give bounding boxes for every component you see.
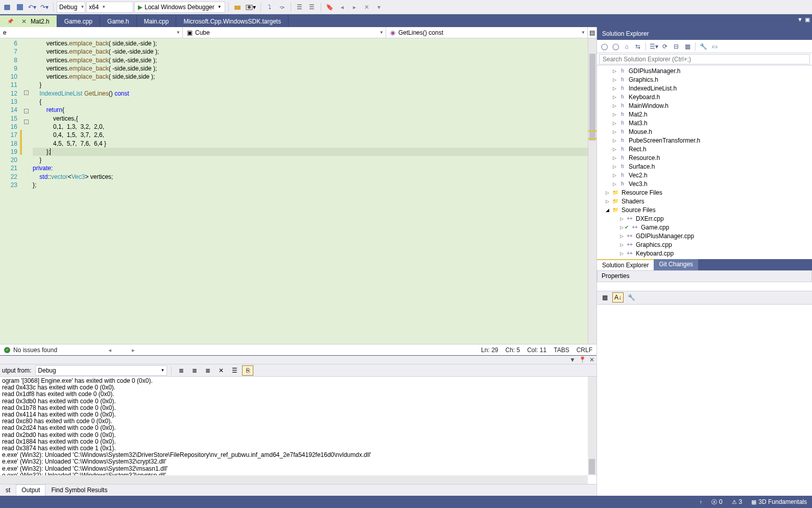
back-icon[interactable]: ◯: [599, 41, 609, 52]
output-vscroll[interactable]: [588, 377, 596, 475]
properties-icon[interactable]: 🔧: [698, 41, 708, 52]
step-over-icon[interactable]: ⤼: [276, 2, 288, 13]
output-hscroll[interactable]: [0, 475, 588, 484]
output-clearall-icon[interactable]: ✕: [216, 365, 227, 376]
switch-views-icon[interactable]: ⇆: [633, 41, 643, 52]
tree-file[interactable]: ▷hVec3.h: [597, 179, 812, 188]
scope-dropdown[interactable]: e▼: [0, 27, 183, 38]
bookmark-icon[interactable]: 🔖: [324, 2, 336, 13]
code-editor[interactable]: 67891011121314151617181920212223 --- ver…: [0, 38, 596, 344]
tree-file[interactable]: ▷++GDIPlusManager.cpp: [597, 232, 812, 240]
sync-icon[interactable]: ⟳: [660, 41, 670, 52]
close-icon[interactable]: ✕: [21, 18, 27, 25]
tab-dropdown-icon[interactable]: ▼: [797, 16, 803, 23]
tab-gamecpp[interactable]: Game.cpp: [57, 15, 100, 27]
tree-file[interactable]: ▷hVec2.h: [597, 171, 812, 179]
next-bookmark-icon[interactable]: ▸: [349, 2, 360, 13]
platform-dropdown[interactable]: x64▼: [86, 2, 133, 13]
tree-file[interactable]: ▷hPubeScreenTransformer.h: [597, 136, 812, 145]
output-goto-prev-icon[interactable]: ≣: [189, 365, 200, 376]
next-issue-icon[interactable]: ▸: [132, 347, 135, 354]
collapse-icon[interactable]: ⊟: [671, 41, 681, 52]
indent-icon[interactable]: ☰: [306, 2, 318, 13]
tree-file[interactable]: ▷hMat2.h: [597, 110, 812, 119]
tree-file[interactable]: ▷hMainWindow.h: [597, 101, 812, 110]
tree-file[interactable]: ▷hIndexedLineList.h: [597, 84, 812, 93]
forward-icon[interactable]: ◯: [610, 41, 620, 52]
clear-bookmark-icon[interactable]: ✕: [361, 2, 372, 13]
class-dropdown[interactable]: ▣Cube▼: [183, 27, 386, 38]
tab-maincpp[interactable]: Main.cpp: [137, 15, 177, 27]
se-tab-solution[interactable]: Solution Explorer: [597, 259, 654, 270]
tab-targets[interactable]: Microsoft.Cpp.WindowsSDK.targets: [176, 15, 289, 27]
tab-errorlist[interactable]: st: [0, 484, 16, 496]
tab-mat2h[interactable]: 📌 ✕ Mat2.h: [0, 15, 57, 27]
fold-icon[interactable]: -: [24, 120, 29, 124]
fold-icon[interactable]: -: [24, 109, 29, 113]
tree-file[interactable]: ▷hGDIPlusManager.h: [597, 66, 812, 75]
error-count[interactable]: ⓧ 0: [711, 498, 723, 506]
filter-icon[interactable]: ☰▾: [649, 41, 659, 52]
panel-pin-icon[interactable]: 📍: [579, 356, 586, 363]
output-wrap-icon[interactable]: ☰: [229, 365, 240, 376]
tree-file[interactable]: ▷++Keyboard.cpp: [597, 249, 812, 258]
warning-count[interactable]: ⚠ 3: [732, 498, 743, 505]
output-goto-next-icon[interactable]: ≣: [202, 365, 213, 376]
tab-gameh[interactable]: Game.h: [100, 15, 137, 27]
crlf-indicator[interactable]: CRLF: [577, 347, 592, 354]
undo-icon[interactable]: ↶▾: [27, 2, 38, 13]
add-to-source-control[interactable]: ↑: [699, 499, 702, 505]
alphabetical-icon[interactable]: A↓: [612, 292, 624, 303]
show-all-icon[interactable]: ▦: [682, 41, 692, 52]
step-into-icon[interactable]: ⤵: [264, 2, 275, 13]
screenshot-icon[interactable]: ▾: [244, 2, 257, 13]
tab-output[interactable]: Output: [16, 484, 45, 496]
tree-file[interactable]: ▷hRect.h: [597, 145, 812, 153]
se-search-input[interactable]: [599, 54, 810, 64]
fold-icon[interactable]: -: [24, 90, 29, 95]
categorized-icon[interactable]: ▦: [599, 292, 610, 303]
solution-tree[interactable]: ▷hGDIPlusManager.h▷hGraphics.h▷hIndexedL…: [597, 65, 812, 259]
tree-file[interactable]: ▷hMat3.h: [597, 119, 812, 127]
tree-file[interactable]: ▷hResource.h: [597, 153, 812, 162]
tree-file[interactable]: ▷++DXErr.cpp: [597, 214, 812, 223]
output-text[interactable]: ogram '[3068] Engine.exe' has exited wit…: [0, 377, 596, 484]
tree-file[interactable]: ▷hGraphics.h: [597, 75, 812, 84]
editor-scrollbar[interactable]: [588, 38, 596, 344]
tree-file[interactable]: ▷✔++Game.cpp: [597, 223, 812, 232]
config-dropdown[interactable]: Debug▼: [57, 2, 85, 13]
outdent-icon[interactable]: ☰: [294, 2, 305, 13]
toolbox-icon[interactable]: [232, 2, 243, 13]
project-mode[interactable]: ▦ 3D Fundamentals: [751, 498, 807, 505]
tab-find-symbol[interactable]: Find Symbol Results: [45, 484, 113, 496]
output-autoscroll-icon[interactable]: ⎘: [242, 365, 253, 376]
tree-folder[interactable]: ▷📁Shaders: [597, 197, 812, 205]
member-dropdown[interactable]: ◉GetLines() const▼: [386, 27, 588, 38]
split-icon[interactable]: ▤: [588, 27, 596, 38]
pin-icon[interactable]: 📌: [7, 18, 13, 24]
tree-file[interactable]: ▷hMouse.h: [597, 127, 812, 136]
output-source-dropdown[interactable]: Debug▼: [35, 365, 167, 376]
tree-folder[interactable]: ◢📁Source Files: [597, 205, 812, 214]
prev-bookmark-icon[interactable]: ◂: [337, 2, 348, 13]
save-icon[interactable]: [14, 2, 26, 13]
redo-icon[interactable]: ↷▾: [39, 2, 50, 13]
tree-folder[interactable]: ▷📁Resource Files: [597, 188, 812, 197]
start-debug-button[interactable]: ▶Local Windows Debugger▼: [134, 2, 225, 13]
panel-dropdown-icon[interactable]: ▼: [569, 356, 576, 363]
tree-file[interactable]: ▷hKeyboard.h: [597, 93, 812, 101]
prev-issue-icon[interactable]: ◂: [108, 347, 111, 354]
panel-close-icon[interactable]: ✕: [589, 356, 594, 363]
tree-file[interactable]: ▷hSurface.h: [597, 162, 812, 171]
home-icon[interactable]: ⌂: [622, 41, 632, 52]
se-tab-git[interactable]: Git Changes: [654, 259, 698, 270]
tabs-indicator[interactable]: TABS: [554, 347, 569, 354]
preview-icon[interactable]: ▭: [709, 41, 720, 52]
new-project-icon[interactable]: [2, 2, 13, 13]
output-clear-icon[interactable]: ≣: [176, 365, 187, 376]
tree-file[interactable]: ▷++Graphics.cpp: [597, 240, 812, 249]
tab-preview-icon[interactable]: ▣: [805, 16, 810, 23]
code-content[interactable]: vertices.emplace_back( side,side,-side )…: [30, 38, 588, 344]
wrench-icon[interactable]: 🔧: [626, 292, 637, 303]
toolbar-overflow-icon[interactable]: ▾: [373, 2, 385, 13]
